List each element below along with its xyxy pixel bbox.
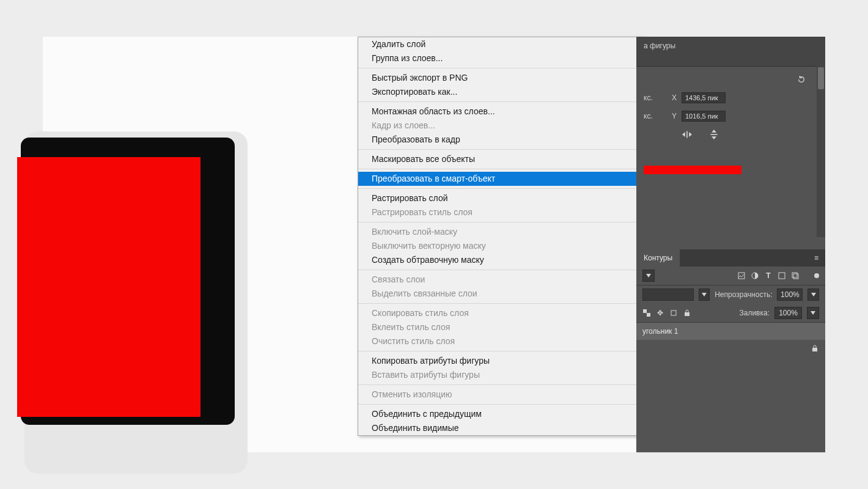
svg-rect-1 xyxy=(710,134,717,135)
ctx-item[interactable]: Удалить слой xyxy=(358,37,644,51)
ctx-item: Выделить связанные слои xyxy=(358,287,644,301)
shape-rectangle[interactable] xyxy=(17,157,200,417)
ctx-item[interactable]: Преобразовать в кадр xyxy=(358,133,644,147)
svg-rect-9 xyxy=(671,311,676,315)
x-field[interactable]: 1436,5 пик xyxy=(682,92,726,103)
panel-tabs: Контуры ≡ xyxy=(636,249,825,267)
ctx-item: Выключить векторную маску xyxy=(358,239,644,253)
tab-contours[interactable]: Контуры xyxy=(636,249,680,267)
lock-artboard-icon[interactable] xyxy=(669,309,678,317)
fill-label: Заливка: xyxy=(739,309,770,317)
layer-name: угольник 1 xyxy=(642,327,819,336)
ctx-item[interactable]: Копировать атрибуты фигуры xyxy=(358,354,644,368)
filter-type-dropdown[interactable] xyxy=(642,270,655,282)
lock-icon[interactable] xyxy=(811,344,819,353)
divider xyxy=(358,101,644,102)
layer-row-rectangle[interactable]: угольник 1 xyxy=(636,323,825,340)
ctx-item: Растрировать стиль слоя xyxy=(358,205,644,219)
unit-fragment: кс. xyxy=(644,112,657,120)
blend-mode-chevron[interactable] xyxy=(699,289,710,301)
ctx-item: Кадр из слоев... xyxy=(358,119,644,133)
svg-rect-11 xyxy=(812,348,817,351)
ctx-item[interactable]: Создать обтравочную маску xyxy=(358,253,644,267)
ctx-item: Связать слои xyxy=(358,273,644,287)
lock-move-icon[interactable]: ✥ xyxy=(656,309,664,317)
blend-mode-dropdown[interactable] xyxy=(642,289,694,301)
divider xyxy=(358,384,644,385)
flip-horizontal-icon[interactable] xyxy=(680,129,694,140)
opacity-label: Непрозрачность: xyxy=(715,290,772,299)
ctx-item: Отменить изоляцию xyxy=(358,388,644,402)
ctx-item[interactable]: Маскировать все объекты xyxy=(358,152,644,166)
ctx-item: Вклеить стиль слоя xyxy=(358,320,644,334)
x-label: X xyxy=(662,94,677,102)
svg-rect-7 xyxy=(643,309,647,313)
svg-rect-10 xyxy=(685,312,690,316)
filter-smart-icon[interactable] xyxy=(791,271,800,280)
layer-context-menu: Удалить слойГруппа из слоев...Быстрый эк… xyxy=(358,37,645,436)
mockup-monitor xyxy=(24,131,248,474)
lock-trans-icon[interactable] xyxy=(642,309,651,317)
ctx-item[interactable]: Растрировать слой xyxy=(358,191,644,205)
ctx-item[interactable]: Монтажная область из слоев... xyxy=(358,105,644,119)
filter-shape-icon[interactable] xyxy=(778,271,786,280)
ctx-item[interactable]: Группа из слоев... xyxy=(358,51,644,65)
layer-row-background[interactable] xyxy=(636,340,825,357)
panel-menu-icon[interactable]: ≡ xyxy=(814,254,825,262)
svg-rect-5 xyxy=(792,273,797,278)
y-field[interactable]: 1016,5 пик xyxy=(682,111,726,122)
properties-panel-title-fragment: а фигуры xyxy=(644,42,675,50)
reset-icon[interactable] xyxy=(795,74,808,85)
unit-fragment: кс. xyxy=(644,94,657,102)
panel-scrollbar[interactable] xyxy=(817,66,825,237)
divider xyxy=(358,222,644,222)
filter-adjust-icon[interactable] xyxy=(751,271,759,280)
divider xyxy=(358,149,644,150)
svg-rect-8 xyxy=(647,313,650,317)
svg-rect-4 xyxy=(779,273,785,279)
layers-panel: T Непрозрачность: 100% ✥ Заливка: 100% у… xyxy=(636,267,825,452)
ctx-item[interactable]: Объединить видимые xyxy=(358,421,644,435)
fill-value[interactable]: 100% xyxy=(774,307,802,319)
ctx-item: Вставить атрибуты фигуры xyxy=(358,368,644,382)
divider xyxy=(358,270,644,270)
divider xyxy=(358,169,644,169)
ctx-item: Включить слой-маску xyxy=(358,225,644,239)
divider xyxy=(358,68,644,68)
divider xyxy=(358,351,644,351)
fill-chevron[interactable] xyxy=(807,307,819,319)
divider xyxy=(636,66,825,67)
ctx-item: Очистить стиль слоя xyxy=(358,334,644,348)
ctx-item: Скопировать стиль слоя xyxy=(358,306,644,320)
lock-all-icon[interactable] xyxy=(683,309,691,317)
opacity-chevron[interactable] xyxy=(807,289,819,301)
fill-color-swatch[interactable] xyxy=(644,166,741,174)
flip-vertical-icon[interactable] xyxy=(707,129,721,140)
ctx-item[interactable]: Преобразовать в смарт-объект xyxy=(358,172,644,186)
filter-pixel-icon[interactable] xyxy=(737,271,746,280)
divider xyxy=(358,404,644,405)
ctx-item[interactable]: Быстрый экспорт в PNG xyxy=(358,71,644,85)
opacity-value[interactable]: 100% xyxy=(777,289,803,301)
svg-rect-6 xyxy=(793,274,798,279)
ctx-item[interactable]: Объединить с предыдущим xyxy=(358,407,644,421)
scrollbar-thumb[interactable] xyxy=(818,67,824,89)
divider xyxy=(358,188,644,189)
filter-toggle[interactable] xyxy=(814,273,819,278)
filter-text-icon[interactable]: T xyxy=(764,271,773,280)
y-label: Y xyxy=(662,112,677,120)
svg-rect-0 xyxy=(686,131,688,138)
properties-panel-header: а фигуры xyxy=(636,37,825,66)
ctx-item[interactable]: Экспортировать как... xyxy=(358,85,644,99)
divider xyxy=(358,303,644,304)
svg-rect-2 xyxy=(738,273,745,279)
mockup-monitor-frame xyxy=(21,138,235,425)
